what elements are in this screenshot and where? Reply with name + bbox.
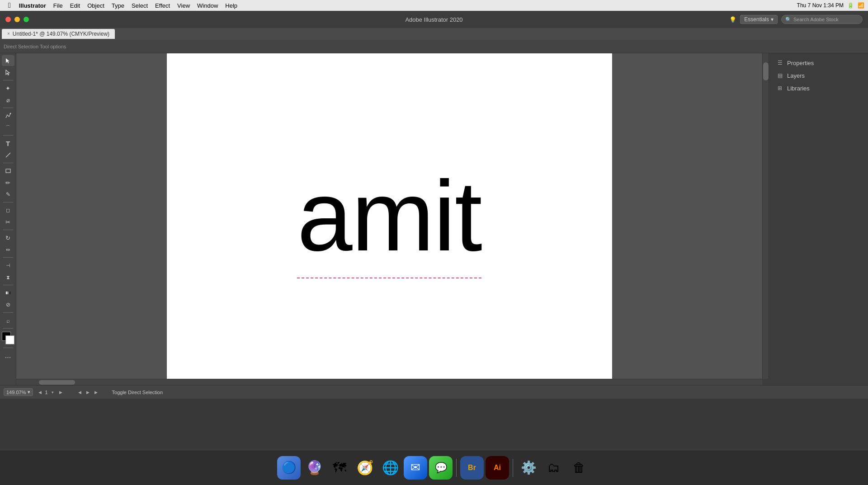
effect-menu[interactable]: Effect <box>151 1 174 10</box>
help-menu[interactable]: Help <box>222 1 241 10</box>
status-next-btn[interactable]: ▶ <box>85 389 91 396</box>
edit-menu[interactable]: Edit <box>66 1 84 10</box>
properties-panel-tab[interactable]: ☰ Properties <box>773 57 864 69</box>
apple-menu[interactable]:  <box>4 1 15 9</box>
color-swatches[interactable] <box>2 332 14 344</box>
app-name-menu[interactable]: Illustrator <box>15 1 50 10</box>
select-menu[interactable]: Select <box>128 1 151 10</box>
background-color[interactable] <box>5 335 14 344</box>
dock-safari[interactable]: 🧭 <box>353 456 377 480</box>
status-play-btn[interactable]: ▶ <box>93 389 99 396</box>
h-scrollbar-thumb[interactable] <box>39 380 75 385</box>
canvas-text-amit: amit <box>297 166 481 266</box>
paintbrush-tool-btn[interactable]: ✏ <box>2 177 14 188</box>
search-adobe-stock-input[interactable]: 🔍 Search Adobe Stock <box>781 15 863 24</box>
options-bar: Direct Selection Tool options <box>0 40 868 53</box>
text-tool-btn[interactable]: T <box>2 138 14 149</box>
dock-finder[interactable]: 🔵 <box>277 456 301 480</box>
more-tools-btn[interactable]: ··· <box>2 352 14 363</box>
dock-messages[interactable]: 💬 <box>429 456 453 480</box>
type-menu[interactable]: Type <box>108 1 128 10</box>
hscroll-row <box>16 379 868 385</box>
panel-tabs: ☰ Properties ▤ Layers ⊞ Libraries <box>769 53 868 98</box>
mirror-tool-btn[interactable]: ⇔ <box>2 244 14 255</box>
hscroll-right-spacer <box>762 379 868 385</box>
view-menu[interactable]: View <box>174 1 193 10</box>
toolbar-separator-2 <box>3 108 13 108</box>
close-button[interactable] <box>5 17 11 22</box>
rect-tool-btn[interactable] <box>2 165 14 176</box>
dock-settings[interactable]: ⚙️ <box>517 456 540 480</box>
toolbar-separator-10 <box>3 328 13 329</box>
zoom-control[interactable]: 149.07% ▾ <box>4 388 33 396</box>
libraries-panel-tab[interactable]: ⊞ Libraries <box>773 82 864 94</box>
line-tool-btn[interactable] <box>2 150 14 160</box>
tab-title: Untitled-1* @ 149.07% (CMYK/Preview) <box>13 31 109 37</box>
width-tool-btn[interactable]: ⊣ <box>2 260 14 271</box>
dock-maps[interactable]: 🗺 <box>328 456 351 480</box>
artboard-number: 1 <box>45 390 47 395</box>
document-tab[interactable]: × Untitled-1* @ 149.07% (CMYK/Preview) <box>2 29 115 39</box>
tab-close-button[interactable]: × <box>7 32 10 36</box>
minimize-button[interactable] <box>14 17 20 22</box>
right-panel: ☰ Properties ▤ Layers ⊞ Libraries <box>769 53 868 379</box>
mail-icon: ✉ <box>410 461 420 475</box>
zoom-tool-btn[interactable]: ⌕ <box>2 315 14 326</box>
main-layout: ✦ ⌀ ⌒ T ✏ ✎ ◻ ✂ ↻ ⇔ ⊣ ⧗ ⊘ ⌕ <box>0 53 868 385</box>
dock-chrome[interactable]: 🌐 <box>378 456 402 480</box>
pencil-tool-btn[interactable]: ✎ <box>2 189 14 200</box>
app-title: Adobe Illustrator 2020 <box>405 16 462 23</box>
vertical-scrollbar[interactable] <box>762 53 769 379</box>
safari-icon: 🧭 <box>357 460 373 476</box>
properties-label: Properties <box>787 60 814 66</box>
selection-tool-btn[interactable] <box>2 55 14 66</box>
battery-icon: 🔋 <box>847 2 854 9</box>
curvature-tool-btn[interactable]: ⌒ <box>2 122 14 133</box>
toolbar-separator-11 <box>3 348 13 348</box>
lasso-tool-btn[interactable]: ⌀ <box>2 94 14 105</box>
essentials-button[interactable]: Essentials ▾ <box>740 15 778 24</box>
eraser-tool-btn[interactable]: ◻ <box>2 205 14 216</box>
dock-illustrator[interactable]: Ai <box>486 456 509 480</box>
v-scrollbar-thumb[interactable] <box>763 62 769 80</box>
wifi-icon: 📶 <box>858 2 864 9</box>
canvas-area[interactable]: amit <box>16 53 762 379</box>
artboard-prev-btn[interactable]: ◀ <box>37 389 43 396</box>
menu-bar-left:  Illustrator File Edit Object Type Sele… <box>4 1 241 10</box>
direct-selection-tool-btn[interactable] <box>2 67 14 78</box>
dock-trash[interactable]: 🗑 <box>567 456 591 480</box>
file-menu[interactable]: File <box>50 1 66 10</box>
maps-icon: 🗺 <box>333 460 346 476</box>
horizontal-scrollbar[interactable] <box>16 379 762 385</box>
artboard-next-btn[interactable]: ▶ <box>58 389 64 396</box>
status-bar-center: ◀ ▶ ▶ <box>77 389 99 396</box>
object-menu[interactable]: Object <box>84 1 108 10</box>
status-prev-btn[interactable]: ◀ <box>77 389 83 396</box>
window-menu[interactable]: Window <box>193 1 222 10</box>
gradient-tool-btn[interactable] <box>2 287 14 298</box>
dock-separator <box>456 459 457 477</box>
toolbar-separator-4 <box>3 163 13 163</box>
layers-panel-tab[interactable]: ▤ Layers <box>773 70 864 81</box>
canvas-hscroll-wrapper: amit ☰ Properties ▤ Layers <box>16 53 868 379</box>
pen-tool-btn[interactable] <box>2 110 14 121</box>
artboard-number-chevron[interactable]: ▾ <box>50 389 56 396</box>
eyedropper-tool-btn[interactable]: ⊘ <box>2 299 14 310</box>
essentials-label: Essentials <box>744 16 769 23</box>
rotate-tool-btn[interactable]: ↻ <box>2 232 14 243</box>
window-controls <box>5 17 29 22</box>
trash-icon: 🗑 <box>573 460 585 475</box>
dock-bridge[interactable]: Br <box>460 456 484 480</box>
status-tool-name: Toggle Direct Selection <box>112 390 163 395</box>
options-placeholder: Direct Selection Tool options <box>4 44 66 49</box>
dock-siri[interactable]: 🔮 <box>302 456 326 480</box>
dock-mail[interactable]: ✉ <box>404 456 427 480</box>
settings-icon: ⚙️ <box>521 460 537 475</box>
title-bar-right: 💡 Essentials ▾ 🔍 Search Adobe Stock <box>729 15 863 24</box>
magic-wand-tool-btn[interactable]: ✦ <box>2 83 14 94</box>
maximize-button[interactable] <box>24 17 29 22</box>
dock-finder2[interactable]: 🗂 <box>542 456 566 480</box>
title-bar: Adobe Illustrator 2020 💡 Essentials ▾ 🔍 … <box>0 11 868 28</box>
scissors-tool-btn[interactable]: ✂ <box>2 217 14 227</box>
blend-tool-btn[interactable]: ⧗ <box>2 272 14 283</box>
